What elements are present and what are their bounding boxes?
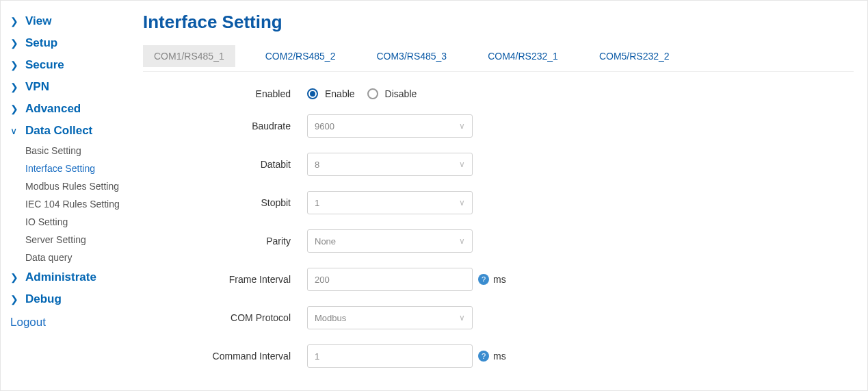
tab-com1[interactable]: COM1/RS485_1 [143,45,235,67]
tab-com2[interactable]: COM2/RS485_2 [254,45,347,67]
row-parity: Parity None ∨ [205,229,854,253]
row-stopbit: Stopbit 1 ∨ [205,191,854,214]
nav-item-data-collect[interactable]: ∨ Data Collect [10,120,137,142]
sub-item-interface-setting[interactable]: Interface Setting [25,160,137,177]
nav-item-administrate[interactable]: ❯ Administrate [10,266,137,288]
settings-form: Enabled Enable Disable Baudrate 9600 [143,88,854,368]
stopbit-value: 1 [315,198,319,208]
chevron-right-icon: ❯ [10,294,20,305]
label-enabled: Enabled [205,88,307,99]
row-command-interval: Command Interval 1 ? ms [205,344,854,368]
chevron-down-icon: ∨ [459,121,465,131]
command-interval-input[interactable]: 1 [307,344,473,368]
radio-disable[interactable]: Disable [367,88,417,99]
stopbit-select[interactable]: 1 ∨ [307,191,473,214]
chevron-down-icon: ∨ [459,198,465,207]
sub-item-io-setting[interactable]: IO Setting [25,213,137,231]
databit-select[interactable]: 8 ∨ [307,153,473,176]
databit-value: 8 [315,160,319,170]
radio-enable[interactable]: Enable [307,88,355,99]
com-protocol-value: Modbus [315,313,346,323]
chevron-right-icon: ❯ [10,81,20,92]
sub-item-iec104-rules[interactable]: IEC 104 Rules Setting [25,195,137,213]
radio-enable-label: Enable [325,88,355,99]
sub-item-server-setting[interactable]: Server Setting [25,231,137,249]
label-baudrate: Baudrate [205,121,307,131]
tab-com5[interactable]: COM5/RS232_2 [588,45,681,67]
nav-label: Data Collect [25,124,92,138]
baudrate-value: 9600 [315,121,334,131]
chevron-down-icon: ∨ [459,313,465,323]
tab-com4[interactable]: COM4/RS232_1 [477,45,569,67]
baudrate-select[interactable]: 9600 ∨ [307,114,473,138]
label-frame-interval: Frame Interval [205,274,307,285]
nav-item-secure[interactable]: ❯ Secure [10,54,137,76]
nav-item-advanced[interactable]: ❯ Advanced [10,98,137,120]
label-databit: Databit [205,159,307,170]
row-enabled: Enabled Enable Disable [205,88,854,99]
enabled-radio-group: Enable Disable [307,88,417,99]
row-frame-interval: Frame Interval 200 ? ms [205,268,854,291]
nav-label: VPN [25,80,49,94]
row-com-protocol: COM Protocol Modbus ∨ [205,306,854,329]
nav-label: Secure [25,58,64,72]
command-interval-value: 1 [315,351,319,362]
chevron-right-icon: ❯ [10,38,20,49]
com-protocol-select[interactable]: Modbus ∨ [307,306,473,329]
nav-item-debug[interactable]: ❯ Debug [10,288,137,310]
tab-bar: COM1/RS485_1 COM2/RS485_2 COM3/RS485_3 C… [143,45,854,72]
nav-label: Advanced [25,102,81,116]
frame-interval-input[interactable]: 200 [307,268,473,291]
parity-value: None [315,236,336,247]
chevron-down-icon: ∨ [459,236,465,246]
nav-label: Setup [25,36,57,50]
sub-item-basic-setting[interactable]: Basic Setting [25,142,137,160]
parity-select[interactable]: None ∨ [307,229,473,253]
main-content: Interface Setting COM1/RS485_1 COM2/RS48… [137,1,867,390]
frame-interval-unit: ms [493,274,506,285]
sub-nav-data-collect: Basic Setting Interface Setting Modbus R… [10,142,137,266]
label-com-protocol: COM Protocol [205,312,307,323]
sidebar: ❯ View ❯ Setup ❯ Secure ❯ VPN ❯ Advanced… [1,1,137,390]
help-icon[interactable]: ? [478,274,489,285]
nav-item-vpn[interactable]: ❯ VPN [10,76,137,98]
radio-icon [367,88,378,99]
chevron-right-icon: ❯ [10,16,20,27]
frame-interval-value: 200 [315,275,330,285]
nav-label: View [25,14,51,28]
command-interval-unit: ms [493,351,506,362]
label-parity: Parity [205,236,307,247]
sub-item-data-query[interactable]: Data query [25,249,137,266]
chevron-down-icon: ∨ [10,125,20,136]
row-baudrate: Baudrate 9600 ∨ [205,114,854,138]
label-stopbit: Stopbit [205,197,307,208]
help-icon[interactable]: ? [478,351,489,362]
label-command-interval: Command Interval [205,351,307,362]
chevron-right-icon: ❯ [10,60,20,71]
sub-item-modbus-rules[interactable]: Modbus Rules Setting [25,177,137,195]
chevron-right-icon: ❯ [10,103,20,114]
page-title: Interface Setting [143,12,854,33]
tab-com3[interactable]: COM3/RS485_3 [365,45,458,67]
nav-label: Debug [25,292,62,306]
chevron-down-icon: ∨ [459,160,465,169]
radio-disable-label: Disable [385,88,417,99]
nav-label: Administrate [25,270,96,284]
chevron-right-icon: ❯ [10,272,20,283]
radio-icon [307,88,318,99]
row-databit: Databit 8 ∨ [205,153,854,176]
nav-item-setup[interactable]: ❯ Setup [10,32,137,54]
nav-item-view[interactable]: ❯ View [10,10,137,32]
logout-link[interactable]: Logout [10,310,137,329]
